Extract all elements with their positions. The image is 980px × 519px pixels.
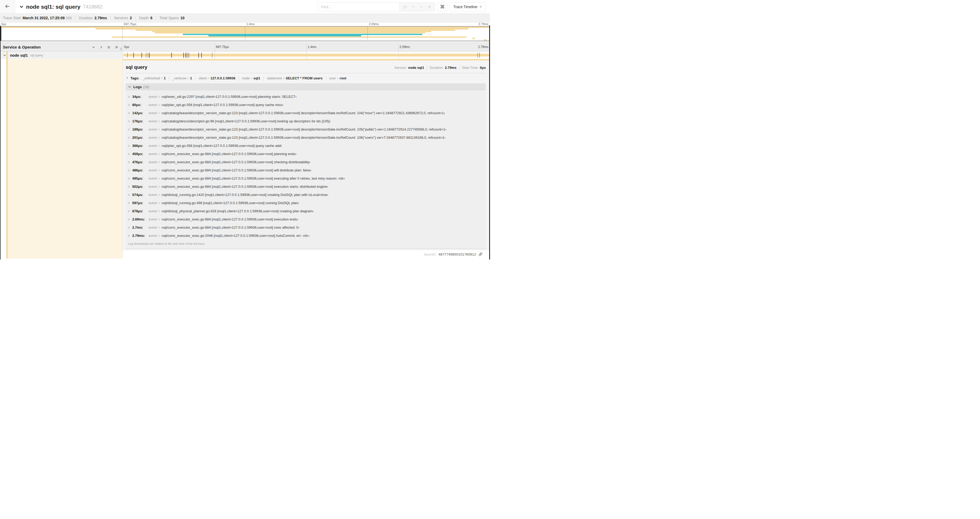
log-row[interactable]: 2.7ms:event=‹sql/conn_executor_exec.go:6… [127, 224, 486, 232]
find-input[interactable] [318, 3, 399, 11]
log-row[interactable]: 366μs:event=‹sql/plan_opt.go:358 [nsql1,… [127, 142, 486, 150]
log-marker [183, 53, 184, 58]
log-field-key: event [149, 225, 157, 230]
log-field-value: ‹sql/catalog/lease/descriptor_version_st… [161, 128, 446, 131]
log-timestamp: 142μs: [132, 111, 146, 115]
equals-sign: = [158, 201, 160, 204]
log-row[interactable]: 502μs:event=‹sql/conn_executor_exec.go:6… [127, 182, 486, 191]
next-match-icon[interactable] [420, 5, 423, 9]
log-row[interactable]: 678μs:event=‹sql/distsql_physical_planne… [127, 207, 486, 215]
trace-view-selector[interactable]: Trace Timeline [450, 2, 486, 11]
log-timestamp: 34μs: [132, 95, 146, 99]
equals-sign: = [158, 95, 160, 98]
collapse-controls [92, 45, 118, 49]
log-timestamp: 678μs: [132, 209, 146, 213]
span-collapse-chevron-icon[interactable] [3, 54, 6, 57]
chevron-right-icon [127, 169, 130, 172]
log-marker [188, 53, 188, 58]
viewport-handle-left[interactable] [0, 27, 1, 41]
log-timestamp: 459μs: [132, 152, 146, 156]
summary-value: March 31 2022, 17:25:09 [23, 16, 65, 20]
log-row[interactable]: 495μs:event=‹sql/conn_executor_exec.go:6… [127, 174, 486, 182]
find-buttons [399, 3, 435, 11]
log-field-key: event [149, 176, 157, 180]
equals-sign: = [158, 144, 160, 147]
focus-match-icon[interactable] [403, 5, 407, 9]
equals-sign: = [158, 226, 160, 229]
tags-label: Tags: [130, 76, 139, 80]
log-row[interactable]: 459μs:event=‹sql/conn_executor_exec.go:6… [127, 150, 486, 158]
log-field-key: event [149, 144, 157, 148]
selected-span-highlight [8, 59, 123, 259]
service-operation-header: Service & Operation [0, 43, 123, 51]
ruler-tick-label: 2.79ms [479, 22, 488, 26]
logs-header[interactable]: Logs (18) [126, 83, 486, 91]
log-row[interactable]: 80μs:event=‹sql/plan_opt.go:358 [nsql1,c… [127, 101, 486, 109]
divider [75, 16, 76, 20]
collapse-trace-chevron-icon[interactable] [19, 5, 24, 9]
log-row[interactable]: 2.79ms:event=‹sql/conn_executor_exec.go:… [127, 232, 486, 240]
log-row[interactable]: 476μs:event=‹sql/conn_executor_exec.go:6… [127, 158, 486, 166]
log-row[interactable]: 34μs:event=‹sql/exec_util.go:2297 [nsql1… [127, 93, 486, 101]
service-operation-title: Service & Operation [3, 45, 41, 50]
log-field-value: ‹sql/distsql_physical_planner.go:828 [ns… [161, 209, 313, 213]
expand-one-icon[interactable] [99, 45, 103, 49]
log-field-value: ‹sql/conn_executor_exec.go:684 [nsql1,cl… [161, 185, 328, 188]
tag-value: 127.0.0.1:59936 [210, 76, 235, 80]
span-detail-wrap: sql query Service:node sql1Duration:2.79… [123, 59, 490, 259]
timeline-ruler: 0μs697.75μs1.4ms2.09ms2.79ms [123, 43, 490, 51]
meta-label: Start Time: [462, 65, 479, 70]
meta-label: Duration: [430, 65, 444, 70]
back-button[interactable] [0, 0, 15, 13]
log-marker [212, 53, 213, 58]
span-row: node sql1 sql query [0, 51, 490, 59]
tags-row[interactable]: Tags: _unfinished=1_verbose=1client=127.… [126, 76, 486, 80]
log-row[interactable]: 597μs:event=‹sql/distsql_running.go:498 … [127, 199, 486, 207]
chevron-right-icon [127, 177, 130, 180]
log-marker [187, 53, 187, 58]
timeline-gridline [215, 43, 215, 51]
chevron-right-icon [127, 120, 130, 123]
log-row[interactable]: 201μs:event=‹sql/catalog/lease/descripto… [127, 133, 486, 142]
summary-label: Duration [79, 16, 93, 20]
chevron-right-icon [127, 128, 130, 131]
collapse-all-icon[interactable] [107, 45, 111, 49]
log-field-key: event [149, 103, 157, 107]
summary-label: Trace Start [3, 16, 21, 20]
summary-label: Depth [139, 16, 149, 20]
column-resize-handle[interactable] [120, 48, 122, 50]
equals-sign: = [158, 120, 160, 123]
log-row[interactable]: 189μs:event=‹sql/catalog/lease/descripto… [127, 125, 486, 133]
log-row[interactable]: 142μs:event=‹sql/catalog/lease/descripto… [127, 109, 486, 117]
log-row[interactable]: 2.69ms:event=‹sql/conn_executor_exec.go:… [127, 215, 486, 224]
minimap-canvas[interactable] [0, 26, 490, 41]
ruler-tick-label: 697.75μs [216, 45, 229, 49]
deep-link-icon[interactable] [479, 252, 483, 256]
log-timestamp: 574μs: [132, 193, 146, 197]
chevron-right-icon [127, 112, 130, 115]
log-marker [186, 53, 186, 58]
span-name-cell[interactable]: node sql1 sql query [0, 51, 123, 59]
log-row[interactable]: 176μs:event=‹sql/catalog/descs/descripto… [127, 117, 486, 125]
ruler-tick-label: 2.09ms [399, 45, 410, 49]
clear-find-icon[interactable] [428, 5, 431, 9]
collapse-one-icon[interactable] [92, 45, 95, 49]
equals-sign: = [208, 77, 209, 80]
log-row[interactable]: 486μs:event=‹sql/conn_executor_exec.go:6… [127, 166, 486, 174]
chevron-right-icon [127, 145, 130, 147]
prev-match-icon[interactable] [412, 5, 415, 9]
trace-view-selector-label: Trace Timeline [453, 5, 477, 9]
log-timestamp: 502μs: [132, 185, 146, 188]
summary-value: 6 [150, 16, 153, 20]
span-id-value: 4877749850101760812 [438, 252, 476, 256]
expand-all-icon[interactable] [115, 45, 118, 49]
ruler-tick-label: 2.79ms [478, 45, 488, 49]
log-field-key: event [149, 160, 157, 164]
keyboard-shortcuts-button[interactable]: ⌘ [438, 2, 447, 11]
span-timeline-cell[interactable] [123, 51, 490, 59]
log-marker [133, 53, 134, 58]
log-row[interactable]: 574μs:event=‹sql/distsql_running.go:1420… [127, 191, 486, 199]
summary-label: Services [114, 16, 128, 20]
minimap-gridline [123, 27, 123, 41]
divider [110, 16, 111, 20]
